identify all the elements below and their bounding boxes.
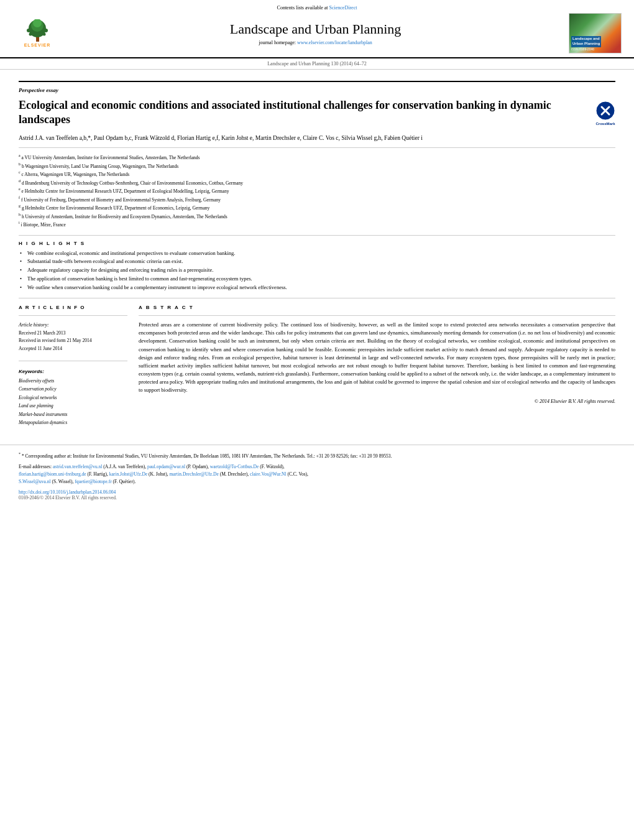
homepage-url[interactable]: www.elsevier.com/locate/landurbplan: [297, 40, 372, 45]
email-hartig[interactable]: florian.hartig@biom.uni-freiburg.de: [19, 471, 86, 477]
highlights-divider: [19, 298, 615, 298]
top-divider: [19, 81, 615, 82]
corresponding-author-note: * * Corresponding author at: Institute f…: [19, 451, 615, 460]
left-column: A R T I C L E I N F O Article history: R…: [19, 305, 127, 427]
crossmark-label: CrossMark: [595, 122, 615, 126]
affiliation-f: f f University of Freiburg, Department o…: [19, 195, 615, 204]
copyright-line: © 2014 Elsevier B.V. All rights reserved…: [139, 399, 615, 404]
journal-header: Contents lists available at ScienceDirec…: [0, 0, 634, 58]
abstract-text: Protected areas are a cornerstone of cur…: [139, 321, 615, 395]
email-vos[interactable]: claire.Vos@Wur.Nl: [250, 471, 287, 477]
email-quetier[interactable]: fquetier@biotope.fr: [75, 479, 112, 484]
sciencedirect-line: Contents lists available at ScienceDirec…: [12, 5, 622, 11]
highlight-item-3: Adequate regulatory capacity for designi…: [19, 267, 615, 274]
main-content: Perspective essay Ecological and economi…: [0, 70, 634, 433]
article-citation-line: Landscape and Urban Planning 130 (2014) …: [0, 58, 634, 70]
email-wissel[interactable]: S.Wissel@uva.nl: [19, 479, 51, 484]
affiliations-divider: [19, 235, 615, 236]
doi-line: http://dx.doi.org/10.1016/j.landurbplan.…: [19, 489, 615, 495]
affiliation-g: g g Helmholtz Centre for Environmental R…: [19, 203, 615, 212]
homepage-prefix: journal homepage:: [259, 40, 297, 45]
journal-cover-image: Landscape and Urban Planning ISSN 0169-2…: [569, 13, 622, 53]
elsevier-logo: ELSEVIER: [12, 19, 62, 47]
accepted-date: Accepted 11 June 2014: [19, 346, 62, 351]
abstract-heading: A B S T R A C T: [139, 305, 615, 310]
affiliations: a a VU University Amsterdam, Institute f…: [19, 153, 615, 229]
affiliation-a: a a VU University Amsterdam, Institute f…: [19, 153, 615, 162]
keyword-3: Ecological networks: [19, 395, 57, 400]
journal-homepage: journal homepage: www.elsevier.com/locat…: [62, 40, 569, 45]
highlights-section: H I G H L I G H T S We combine ecologica…: [19, 241, 615, 292]
article-history: Article history: Received 21 March 2013 …: [19, 321, 127, 353]
elsevier-text: ELSEVIER: [24, 43, 51, 47]
sciencedirect-prefix: Contents lists available at: [277, 5, 329, 11]
email-label: E-mail addresses:: [19, 464, 53, 469]
article-title-row: Ecological and economic conditions and a…: [19, 98, 615, 127]
email-opdam[interactable]: paul.opdam@wur.nl: [147, 464, 185, 469]
email-van-teeffelen[interactable]: astrid.van.teeffelen@vu.nl: [53, 464, 102, 469]
right-column: A B S T R A C T Protected areas are a co…: [139, 305, 615, 427]
sciencedirect-link[interactable]: ScienceDirect: [329, 5, 357, 11]
page: Contents lists available at ScienceDirec…: [0, 0, 634, 840]
svg-point-5: [27, 29, 30, 32]
affiliation-c: c c Alterra, Wageningen UR, Wageningen, …: [19, 170, 615, 178]
revised-date: Received in revised form 21 May 2014: [19, 338, 91, 343]
elsevier-tree-icon: [21, 19, 55, 43]
issn-line: 0169-2046/© 2014 Elsevier B.V. All right…: [19, 495, 615, 501]
journal-title-row: ELSEVIER Landscape and Urban Planning jo…: [12, 13, 622, 53]
article-title: Ecological and economic conditions and a…: [19, 98, 595, 127]
svg-rect-1: [36, 37, 39, 42]
crossmark-badge[interactable]: CrossMark: [595, 101, 615, 121]
two-column-layout: A R T I C L E I N F O Article history: R…: [19, 305, 615, 427]
highlight-item-5: We outline when conservation banking cou…: [19, 284, 615, 292]
history-keywords-divider: [19, 361, 127, 361]
svg-point-6: [44, 29, 48, 32]
article-info-heading: A R T I C L E I N F O: [19, 305, 127, 310]
doi-link[interactable]: http://dx.doi.org/10.1016/j.landurbplan.…: [19, 489, 116, 495]
email-johst[interactable]: karin.Johst@Ufz.De: [109, 471, 147, 477]
cover-issn: ISSN 0169-2046: [571, 47, 594, 51]
affiliation-e: e e Helmholtz Centre for Environmental R…: [19, 187, 615, 195]
keyword-2: Conservation policy: [19, 386, 57, 392]
highlight-item-4: The application of conservation banking …: [19, 275, 615, 283]
email-addresses-line: E-mail addresses: astrid.van.teeffelen@v…: [19, 463, 615, 486]
email-waetzold[interactable]: waetzold@Tu-Cottbus.De: [210, 464, 259, 469]
keyword-5: Market-based instruments: [19, 412, 68, 417]
keywords-box: Keywords: Biodiversity offsets Conservat…: [19, 369, 127, 427]
article-type: Perspective essay: [19, 87, 615, 93]
keyword-1: Biodiversity offsets: [19, 378, 54, 384]
highlights-list: We combine ecological, economic and inst…: [19, 250, 615, 292]
journal-name-center: Landscape and Urban Planning journal hom…: [62, 21, 569, 45]
highlight-item-1: We combine ecological, economic and inst…: [19, 250, 615, 257]
keyword-4: Land use planning: [19, 403, 53, 408]
email-drechsler[interactable]: martin.Drechsler@Ufz.De: [169, 471, 218, 477]
abstract-divider: [139, 315, 615, 316]
svg-point-8: [42, 33, 45, 36]
authors-line: Astrid J.A. van Teeffelen a,b,*, Paul Op…: [19, 134, 615, 142]
received-date: Received 21 March 2013: [19, 330, 66, 336]
affiliation-i: i i Biotope, Mèze, France: [19, 220, 615, 229]
info-divider: [19, 315, 127, 316]
footer: * * Corresponding author at: Institute f…: [0, 445, 634, 507]
authors-divider: [19, 147, 615, 148]
highlight-item-2: Substantial trade-offs between ecologica…: [19, 258, 615, 265]
svg-point-7: [29, 33, 32, 36]
cover-label: Landscape and Urban Planning: [571, 36, 601, 47]
affiliation-d: d d Brandenburg University of Technology…: [19, 178, 615, 187]
journal-title: Landscape and Urban Planning: [62, 21, 569, 37]
article-info-box: A R T I C L E I N F O Article history: R…: [19, 305, 127, 353]
history-label: Article history:: [19, 321, 127, 330]
affiliation-h: h h University of Amsterdam, Institute f…: [19, 212, 615, 221]
keyword-6: Metapopulation dynamics: [19, 420, 67, 425]
highlights-heading: H I G H L I G H T S: [19, 241, 615, 246]
keywords-heading: Keywords:: [19, 369, 127, 374]
affiliation-b: b b Wageningen University, Land Use Plan…: [19, 162, 615, 170]
keywords-list: Biodiversity offsets Conservation policy…: [19, 377, 127, 427]
